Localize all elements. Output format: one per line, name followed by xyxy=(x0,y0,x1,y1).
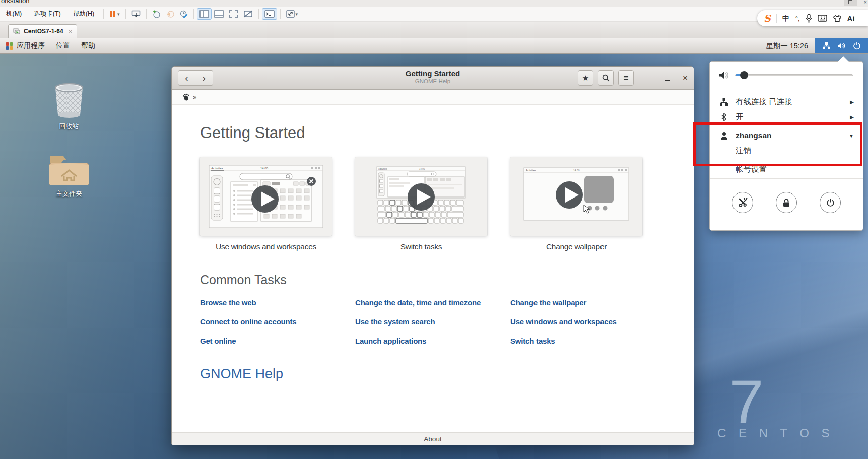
vmware-close-button[interactable]: × xyxy=(864,0,867,5)
vmware-maximize-button[interactable] xyxy=(844,0,857,6)
page-title: Getting Started xyxy=(200,124,665,142)
link-browse-web[interactable]: Browse the web xyxy=(200,298,355,307)
red-highlight-box xyxy=(693,122,862,166)
bluetooth-icon xyxy=(721,113,726,121)
fullscreen-button[interactable]: ▾ xyxy=(284,8,301,20)
sogou-punct-toggle[interactable]: °, xyxy=(795,15,800,22)
maximize-button[interactable] xyxy=(665,76,670,81)
svg-text:14:00: 14:00 xyxy=(260,167,269,170)
menu-button[interactable]: ≡ xyxy=(618,70,634,86)
video-change-wallpaper[interactable]: Activities 14:00 Change wallpape xyxy=(510,157,642,251)
star-icon: ★ xyxy=(582,74,589,83)
video-caption: Use windows and workspaces xyxy=(200,242,332,251)
tab-centos7[interactable]: CentOS7-1-64 × xyxy=(8,24,77,38)
video-switch-tasks[interactable]: Activities 14:00 xyxy=(355,157,487,251)
clock[interactable]: 星期一 15:26 xyxy=(766,41,808,51)
help-titlebar[interactable]: ‹ › Getting Started GNOME Help ★ ≡ — × xyxy=(172,67,694,90)
minimize-button[interactable]: — xyxy=(645,76,652,80)
link-get-online[interactable]: Get online xyxy=(200,337,355,345)
applications-icon xyxy=(6,42,13,50)
separator xyxy=(710,178,863,179)
menu-vm[interactable]: 机(M) xyxy=(0,7,28,21)
panel-slash-icon xyxy=(243,10,253,18)
volume-knob[interactable] xyxy=(740,71,748,79)
close-button[interactable]: × xyxy=(683,73,688,83)
menu-help[interactable]: 帮助(H) xyxy=(67,7,100,21)
common-tasks-links: Browse the web Connect to online account… xyxy=(200,298,665,345)
snapshot-manager-icon xyxy=(179,10,188,18)
vm-tab-icon xyxy=(13,28,21,35)
pause-caret-icon: ▾ xyxy=(117,12,120,17)
help-content: Getting Started Activities 14:00 xyxy=(172,105,694,382)
link-launch-apps[interactable]: Launch applications xyxy=(355,337,510,345)
gnome-help-link[interactable]: GNOME Help xyxy=(200,366,665,382)
power-off-button[interactable] xyxy=(820,192,841,213)
back-button[interactable]: ‹ xyxy=(178,70,195,86)
network-row[interactable]: 有线连接 已连接 ▶ xyxy=(710,94,863,109)
bluetooth-submenu-arrow-icon: ▶ xyxy=(850,114,854,120)
centos-watermark-text: C E N T O S xyxy=(717,426,834,440)
send-ctrl-alt-del-button[interactable] xyxy=(129,8,143,20)
sogou-lang-toggle[interactable]: 中 xyxy=(782,14,790,23)
sogou-ai-button[interactable]: Ai xyxy=(847,14,855,23)
fit-corners-icon xyxy=(229,10,238,18)
free-stretch-button[interactable] xyxy=(241,8,255,20)
take-snapshot-button[interactable] xyxy=(150,8,163,20)
tab-label: CentOS7-1-64 xyxy=(24,28,63,35)
fit-guest-button[interactable] xyxy=(226,8,241,20)
link-change-wallpaper[interactable]: Change the wallpaper xyxy=(510,298,665,307)
forward-icon: › xyxy=(203,73,206,84)
bookmark-button[interactable]: ★ xyxy=(578,70,593,86)
pause-icon xyxy=(109,10,116,18)
lock-button[interactable] xyxy=(776,192,797,213)
svg-text:14:00: 14:00 xyxy=(573,169,580,172)
revert-snapshot-button[interactable] xyxy=(163,8,177,20)
sogou-logo-icon[interactable]: S xyxy=(764,13,771,24)
power-icon xyxy=(826,199,835,207)
link-windows-workspaces[interactable]: Use windows and workspaces xyxy=(510,317,665,326)
link-switch-tasks[interactable]: Switch tasks xyxy=(510,337,665,345)
video-thumb-desktop-icon: Activities 14:00 xyxy=(209,165,323,228)
system-tray-open[interactable] xyxy=(815,38,868,53)
breadcrumb[interactable]: » xyxy=(172,90,694,105)
show-library-button[interactable] xyxy=(197,8,212,20)
snapshot-revert-icon xyxy=(166,10,174,18)
manage-snapshots-button[interactable] xyxy=(177,8,190,20)
link-system-search[interactable]: Use the system search xyxy=(355,317,510,326)
power-pause-button[interactable]: ▾ xyxy=(107,8,122,20)
video-caption: Switch tasks xyxy=(355,242,487,251)
home-folder-icon xyxy=(47,151,91,187)
volume-slider[interactable] xyxy=(735,74,853,76)
console-view-button[interactable] xyxy=(262,8,277,20)
network-submenu-arrow-icon: ▶ xyxy=(850,99,854,105)
monitor-arrow-icon xyxy=(131,10,141,18)
popup-arrow xyxy=(838,56,849,62)
desktop-icon-trash[interactable]: 回收站 xyxy=(36,82,102,131)
vmware-minimize-button[interactable]: — xyxy=(831,0,837,5)
search-button[interactable] xyxy=(598,70,614,86)
snapshot-clock-icon xyxy=(152,10,161,18)
power-icon xyxy=(853,42,861,50)
settings-button[interactable] xyxy=(732,192,753,213)
menu-tabs[interactable]: 选项卡(T) xyxy=(28,7,66,21)
link-date-time[interactable]: Change the date, time and timezone xyxy=(355,298,510,307)
link-online-accounts[interactable]: Connect to online accounts xyxy=(200,317,355,326)
places-menu[interactable]: 位置 xyxy=(50,38,76,53)
search-icon xyxy=(602,74,610,82)
keyboard-icon[interactable] xyxy=(818,15,827,22)
breadcrumb-chevron: » xyxy=(193,93,196,101)
mic-icon[interactable] xyxy=(806,14,812,23)
skin-shirt-icon[interactable] xyxy=(833,15,842,22)
applications-menu[interactable]: 应用程序 xyxy=(0,38,50,53)
about-bar[interactable]: About xyxy=(172,432,694,445)
show-thumbnail-bar-button[interactable] xyxy=(212,8,226,20)
network-icon xyxy=(822,42,831,50)
help-menu[interactable]: 帮助 xyxy=(76,38,101,53)
forward-button[interactable]: › xyxy=(195,70,213,86)
network-label: 有线连接 已连接 xyxy=(736,97,792,107)
tab-close-icon[interactable]: × xyxy=(69,28,73,35)
desktop-icon-home[interactable]: 主文件夹 xyxy=(36,151,102,199)
video-thumb-keyboard-icon: Activities 14:00 xyxy=(364,165,479,228)
vm-screen: 应用程序 位置 帮助 星期一 15:26 回收站 xyxy=(0,38,868,459)
video-windows-workspaces[interactable]: Activities 14:00 xyxy=(200,157,332,251)
